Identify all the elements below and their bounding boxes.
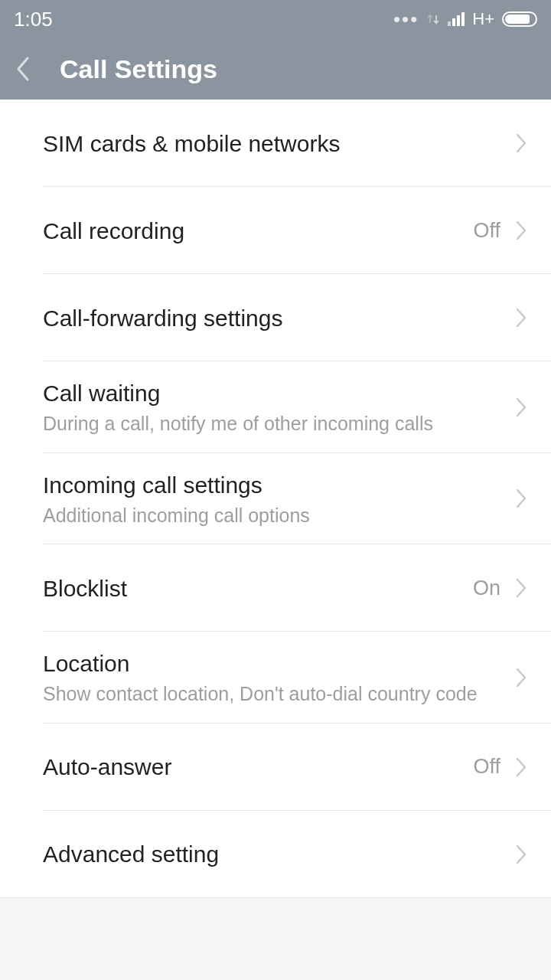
row-auto-answer[interactable]: Auto-answer Off bbox=[0, 724, 551, 811]
network-type: H+ bbox=[472, 9, 494, 29]
back-icon bbox=[14, 55, 31, 83]
row-title: Location bbox=[43, 648, 514, 678]
row-subtitle: During a call, notify me of other incomi… bbox=[43, 411, 514, 436]
chevron-right-icon bbox=[514, 219, 528, 242]
row-title: Call waiting bbox=[43, 378, 514, 408]
row-subtitle: Additional incoming call options bbox=[43, 503, 514, 528]
battery-icon bbox=[502, 11, 537, 27]
status-time: 1:05 bbox=[14, 8, 53, 31]
row-value: Off bbox=[473, 219, 500, 243]
row-title: SIM cards & mobile networks bbox=[43, 129, 514, 158]
signal-icon bbox=[448, 12, 465, 26]
row-call-recording[interactable]: Call recording Off bbox=[0, 187, 551, 274]
row-sim-networks[interactable]: SIM cards & mobile networks bbox=[0, 100, 551, 187]
row-value: Off bbox=[473, 755, 500, 779]
chevron-right-icon bbox=[514, 132, 528, 155]
row-subtitle: Show contact location, Don't auto-dial c… bbox=[43, 681, 514, 707]
back-button[interactable] bbox=[14, 55, 52, 83]
app-header: Call Settings bbox=[0, 38, 551, 100]
more-icon: ••• bbox=[393, 9, 419, 29]
chevron-right-icon bbox=[514, 396, 528, 419]
row-blocklist[interactable]: Blocklist On bbox=[0, 544, 551, 632]
chevron-right-icon bbox=[514, 577, 528, 599]
chevron-right-icon bbox=[514, 487, 528, 510]
row-title: Call-forwarding settings bbox=[43, 303, 514, 333]
row-incoming-call-settings[interactable]: Incoming call settings Additional incomi… bbox=[0, 453, 551, 545]
row-call-forwarding[interactable]: Call-forwarding settings bbox=[0, 274, 551, 361]
row-call-waiting[interactable]: Call waiting During a call, notify me of… bbox=[0, 361, 551, 453]
row-title: Blocklist bbox=[43, 573, 473, 603]
row-location[interactable]: Location Show contact location, Don't au… bbox=[0, 632, 551, 724]
chevron-right-icon bbox=[514, 666, 528, 689]
status-bar: 1:05 ••• H+ bbox=[0, 0, 551, 38]
data-activity-icon bbox=[426, 12, 440, 26]
row-title: Advanced setting bbox=[43, 839, 514, 869]
row-title: Incoming call settings bbox=[43, 470, 514, 500]
row-advanced-setting[interactable]: Advanced setting bbox=[0, 811, 551, 898]
row-title: Auto-answer bbox=[43, 752, 473, 782]
row-title: Call recording bbox=[43, 216, 473, 246]
chevron-right-icon bbox=[514, 843, 528, 866]
status-indicators: ••• H+ bbox=[393, 9, 537, 29]
chevron-right-icon bbox=[514, 756, 528, 779]
page-title: Call Settings bbox=[60, 54, 217, 84]
row-value: On bbox=[473, 577, 500, 600]
settings-list: SIM cards & mobile networks Call recordi… bbox=[0, 100, 551, 898]
chevron-right-icon bbox=[514, 306, 528, 329]
